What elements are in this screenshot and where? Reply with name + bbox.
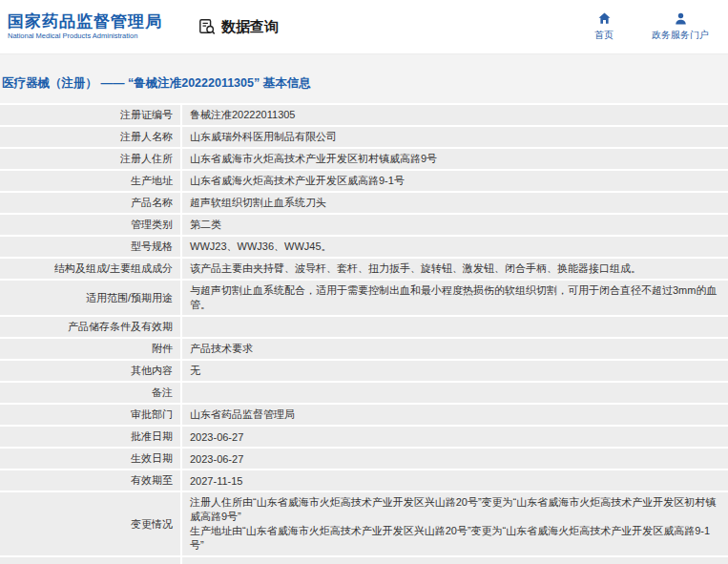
field-label: 审批部门 [0,404,181,426]
field-label: 适用范围/预期用途 [0,280,181,316]
table-row: 生产地址山东省威海火炬高技术产业开发区威高路9-1号 [0,170,728,192]
field-label: 生效日期 [0,448,181,470]
nav-home-label: 首页 [594,29,614,42]
note-field-label: 注 [0,556,181,564]
data-query-icon [198,18,216,35]
field-value: 2023-06-27 [181,448,728,470]
data-query-label: 数据查询 [221,18,279,36]
nav-portal[interactable]: 政务服务门户 [652,11,709,42]
field-value: 该产品主要由夹持臂、波导杆、套杆、扭力扳手、旋转钮、激发钮、闭合手柄、换能器接口… [181,258,728,280]
field-label: 产品储存条件及有效期 [0,316,181,338]
table-row: 管理类别第二类 [0,214,728,236]
field-label: 变更情况 [0,491,181,556]
field-label: 生产地址 [0,170,181,192]
table-row: 有效期至2027-11-15 [0,470,728,491]
nav-portal-label: 政务服务门户 [652,29,709,42]
org-name-en: National Medical Products Administration [8,32,162,41]
field-value: 山东省威海火炬高技术产业开发区威高路9-1号 [181,170,728,192]
table-row: 变更情况注册人住所由“山东省威海市火炬高技术产业开发区兴山路20号”变更为“山东… [0,491,728,556]
table-row: 注册证编号鲁械注准20222011305 [0,104,728,126]
field-value: 2023-06-27 [181,426,728,448]
table-row: 附件产品技术要求 [0,338,728,360]
field-label: 产品名称 [0,192,181,214]
field-label: 注册证编号 [0,104,181,126]
top-header: 国家药品监督管理局 National Medical Products Admi… [0,0,728,54]
table-row: 结构及组成/主要组成成分该产品主要由夹持臂、波导杆、套杆、扭力扳手、旋转钮、激发… [0,258,728,280]
field-label: 备注 [0,382,181,404]
registration-info-table: 注册证编号鲁械注准20222011305 注册人名称山东威瑞外科医用制品有限公司… [0,103,728,564]
field-value: 第二类 [181,214,728,236]
field-label: 批准日期 [0,426,181,448]
field-value: 山东威瑞外科医用制品有限公司 [181,126,728,148]
table-row: 注册人名称山东威瑞外科医用制品有限公司 [0,126,728,148]
table-row: 审批部门山东省药品监督管理局 [0,404,728,426]
user-icon [674,11,688,26]
table-row: 注册人住所山东省威海市火炬高技术产业开发区初村镇威高路9号 [0,148,728,170]
table-row: 批准日期2023-06-27 [0,426,728,448]
field-value: 无 [181,360,728,382]
field-value: 注册人住所由“山东省威海市火炬高技术产业开发区兴山路20号”变更为“山东省威海市… [181,491,728,556]
field-value: 鲁械注准20222011305 [181,104,728,126]
table-row: 其他内容无 [0,360,728,382]
field-value: 产品技术要求 [181,338,728,360]
field-label: 附件 [0,338,181,360]
field-value: 2027-11-15 [181,470,728,491]
field-value [181,382,728,404]
table-row: 型号规格WWJ23、WWJ36、WWJ45。 [0,236,728,258]
nav-home[interactable]: 首页 [585,11,623,42]
table-row: 产品储存条件及有效期 [0,316,728,338]
field-label: 注册人名称 [0,126,181,148]
field-label: 型号规格 [0,236,181,258]
table-row: 生效日期2023-06-27 [0,448,728,470]
field-value: WWJ23、WWJ36、WWJ45。 [181,236,728,258]
main-content: 医疗器械（注册） —— “鲁械注准20222011305” 基本信息 注册证编号… [0,54,728,564]
field-label: 其他内容 [0,360,181,382]
data-query-tab[interactable]: 数据查询 [198,18,279,36]
table-row: 备注 [0,382,728,404]
field-label: 结构及组成/主要组成成分 [0,258,181,280]
field-label: 注册人住所 [0,148,181,170]
home-icon [597,11,612,26]
table-row: 适用范围/预期用途与超声切割止血系统配合，适用于需要控制出血和最小程度热损伤的软… [0,280,728,316]
field-label: 管理类别 [0,214,181,236]
page-title: 医疗器械（注册） —— “鲁械注准20222011305” 基本信息 [0,75,728,103]
field-value [181,316,728,338]
note-field-value: 详情 [181,556,728,564]
nmpa-logo: 国家药品监督管理局 National Medical Products Admi… [8,12,162,41]
field-value: 与超声切割止血系统配合，适用于需要控制出血和最小程度热损伤的软组织切割，可用于闭… [181,280,728,316]
field-value: 超声软组织切割止血系统刀头 [181,192,728,214]
table-row-note: 注 详情 [0,556,728,564]
field-value: 山东省威海市火炬高技术产业开发区初村镇威高路9号 [181,148,728,170]
field-label: 有效期至 [0,470,181,491]
top-navigation: 首页 政务服务门户 [585,11,709,42]
field-value: 山东省药品监督管理局 [181,404,728,426]
org-name-cn: 国家药品监督管理局 [8,12,162,31]
table-row: 产品名称超声软组织切割止血系统刀头 [0,192,728,214]
